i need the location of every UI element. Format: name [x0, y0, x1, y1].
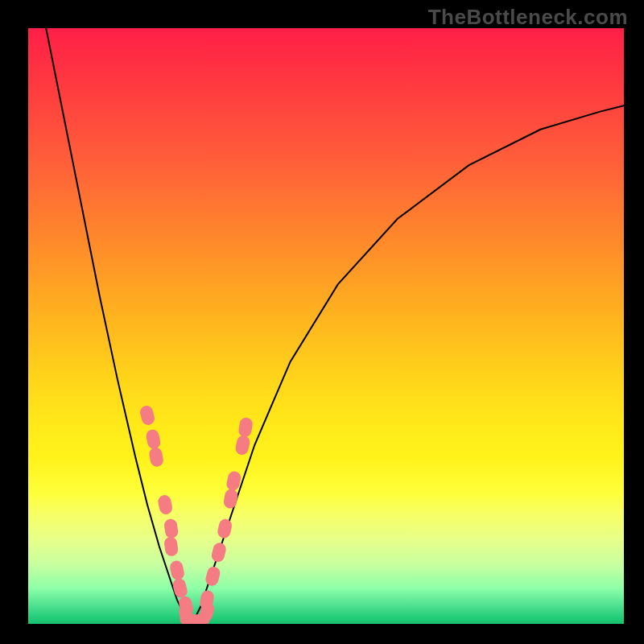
highlight-marker	[234, 435, 251, 456]
marker-group	[138, 404, 254, 624]
highlight-marker	[145, 428, 162, 450]
highlight-marker	[157, 494, 174, 516]
highlight-marker	[217, 518, 233, 539]
chart-frame: TheBottleneck.com	[0, 0, 644, 644]
curve-svg	[28, 28, 624, 624]
highlight-marker	[237, 417, 254, 438]
highlight-marker	[148, 447, 164, 468]
curve-right	[192, 105, 625, 624]
highlight-marker	[223, 488, 239, 510]
highlight-marker	[204, 565, 221, 587]
brand-watermark: TheBottleneck.com	[428, 5, 628, 30]
highlight-marker	[163, 536, 179, 557]
highlight-marker	[171, 577, 188, 599]
highlight-marker	[210, 542, 227, 564]
plot-area	[28, 28, 624, 624]
highlight-marker	[163, 518, 179, 539]
highlight-marker	[138, 404, 155, 426]
highlight-marker	[169, 559, 186, 581]
